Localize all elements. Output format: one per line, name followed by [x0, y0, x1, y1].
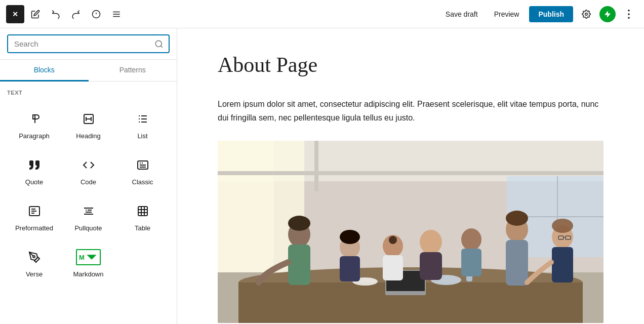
close-button[interactable]: ✕ [6, 5, 24, 23]
block-item-preformatted[interactable]: Preformatted [7, 194, 61, 240]
svg-rect-17 [139, 118, 140, 119]
blocks-content: TEXT Paragraph [0, 82, 177, 324]
edit-button[interactable] [26, 5, 45, 23]
block-item-table[interactable]: Table [115, 194, 170, 240]
svg-rect-33 [138, 207, 147, 216]
dots-icon [628, 10, 630, 19]
save-draft-button[interactable]: Save draft [439, 7, 484, 21]
svg-point-63 [420, 230, 442, 254]
preview-button[interactable]: Preview [488, 7, 526, 21]
block-item-list[interactable]: List [115, 102, 170, 148]
content-area[interactable]: About Page Lorem ipsum dolor sit amet, c… [177, 28, 644, 324]
heading-icon [79, 110, 98, 128]
svg-point-74 [288, 216, 310, 231]
publish-button[interactable]: Publish [529, 6, 573, 22]
block-label-quote: Quote [25, 178, 43, 186]
toolbar-right: Save draft Preview Publish [439, 5, 638, 23]
info-button[interactable] [87, 5, 105, 23]
block-item-classic[interactable]: Classic [115, 148, 170, 194]
block-item-markdown[interactable]: M Markdown [61, 240, 115, 286]
search-wrapper [7, 34, 170, 53]
svg-rect-57 [288, 245, 310, 285]
markdown-icon: M [79, 248, 98, 266]
quote-icon [25, 156, 44, 174]
svg-point-76 [506, 211, 528, 226]
svg-rect-46 [218, 171, 603, 175]
svg-rect-64 [420, 252, 442, 280]
table-icon [134, 202, 152, 220]
svg-rect-62 [383, 255, 403, 280]
svg-rect-66 [461, 249, 481, 276]
page-body: Lorem ipsum dolor sit amet, consectetur … [218, 97, 603, 125]
svg-rect-59 [340, 256, 360, 281]
gear-icon [582, 10, 591, 19]
section-label-text: TEXT [7, 90, 170, 96]
main-layout: Blocks Patterns TEXT Paragraph [0, 28, 644, 324]
svg-point-9 [628, 17, 630, 19]
block-label-heading: Heading [76, 132, 100, 140]
more-options-button[interactable] [620, 5, 638, 23]
block-label-pullquote: Pullquote [74, 224, 102, 232]
svg-rect-18 [139, 122, 140, 123]
search-icon [154, 39, 164, 49]
toolbar: ✕ Save draft Preview Publish [0, 0, 644, 28]
block-label-verse: Verse [26, 270, 43, 278]
undo-button[interactable] [47, 5, 65, 23]
avatar-icon [603, 10, 612, 19]
page-title: About Page [218, 53, 603, 77]
classic-icon [134, 156, 152, 174]
list-icon [134, 110, 152, 128]
blocks-grid: Paragraph Heading [7, 102, 170, 286]
tabs: Blocks Patterns [0, 60, 177, 82]
svg-point-7 [628, 10, 630, 12]
svg-rect-68 [506, 240, 528, 286]
preformatted-icon [25, 202, 44, 220]
svg-point-75 [340, 230, 360, 244]
svg-rect-70 [552, 247, 573, 282]
scene-svg [218, 141, 603, 323]
search-input[interactable] [8, 35, 149, 52]
block-label-list: List [137, 132, 147, 140]
content-image [218, 141, 603, 323]
svg-point-6 [585, 13, 588, 15]
svg-line-11 [160, 46, 162, 47]
redo-button[interactable] [67, 5, 85, 23]
svg-rect-16 [139, 115, 140, 116]
tab-blocks[interactable]: Blocks [0, 60, 89, 82]
verse-icon [25, 248, 44, 266]
code-icon [79, 156, 98, 174]
block-item-quote[interactable]: Quote [7, 148, 61, 194]
tab-patterns[interactable]: Patterns [89, 60, 177, 82]
svg-point-65 [461, 228, 481, 251]
block-label-classic: Classic [132, 178, 153, 186]
block-label-code: Code [80, 178, 96, 186]
list-view-icon [112, 10, 121, 19]
block-label-paragraph: Paragraph [19, 132, 50, 140]
pullquote-icon [79, 202, 98, 220]
svg-point-10 [155, 40, 162, 47]
avatar[interactable] [599, 6, 616, 22]
block-label-markdown: Markdown [73, 270, 104, 278]
block-label-preformatted: Preformatted [15, 224, 53, 232]
search-container [0, 28, 177, 60]
info-icon [92, 10, 101, 19]
block-item-code[interactable]: Code [61, 148, 115, 194]
list-view-button[interactable] [107, 5, 126, 23]
pencil-icon [31, 10, 40, 19]
block-item-pullquote[interactable]: Pullquote [61, 194, 115, 240]
sidebar: Blocks Patterns TEXT Paragraph [0, 28, 177, 324]
block-item-verse[interactable]: Verse [7, 240, 61, 286]
paragraph-icon [25, 110, 44, 128]
svg-point-61 [389, 236, 397, 244]
toolbar-left: ✕ [6, 5, 126, 23]
svg-point-8 [628, 13, 630, 15]
svg-point-77 [552, 219, 573, 233]
undo-icon [51, 10, 60, 19]
markdown-badge: M [76, 249, 101, 265]
settings-button[interactable] [577, 5, 595, 23]
search-button[interactable] [149, 36, 169, 52]
block-item-paragraph[interactable]: Paragraph [7, 102, 61, 148]
block-item-heading[interactable]: Heading [61, 102, 115, 148]
svg-rect-47 [314, 141, 318, 191]
svg-point-38 [33, 256, 35, 258]
